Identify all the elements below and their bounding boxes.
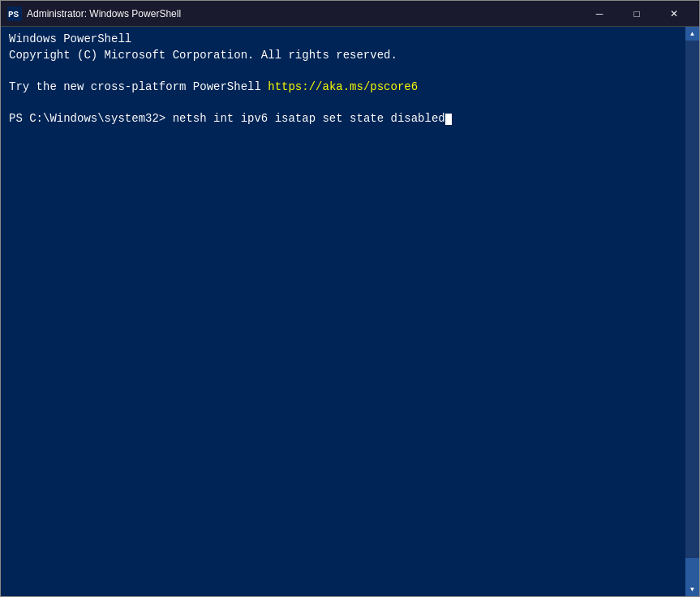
terminal-line-1: Windows PowerShell xyxy=(9,32,691,48)
powershell-link: https://aka.ms/pscore6 xyxy=(268,80,418,93)
prompt-prefix: PS C:\Windows\system32> xyxy=(9,112,173,125)
close-button[interactable]: ✕ xyxy=(655,1,693,27)
terminal-prompt-line: PS C:\Windows\system32> netsh int ipv6 i… xyxy=(9,111,691,127)
scrollbar-thumb[interactable] xyxy=(685,558,699,582)
minimize-button[interactable]: ─ xyxy=(581,1,618,27)
terminal-content: Windows PowerShell Copyright (C) Microso… xyxy=(4,30,696,593)
command-text: netsh int ipv6 isatap set state disabled xyxy=(173,112,445,125)
terminal-line-4: Try the new cross-platform PowerShell ht… xyxy=(9,79,691,96)
scrollbar-up-arrow[interactable]: ▲ xyxy=(685,27,699,41)
scrollbar[interactable]: ▲ ▼ xyxy=(685,27,699,596)
powershell-icon: PS xyxy=(7,6,22,21)
terminal-line-2: Copyright (C) Microsoft Corporation. All… xyxy=(9,48,691,64)
scrollbar-down-arrow[interactable]: ▼ xyxy=(685,582,699,596)
window-controls: ─ □ ✕ xyxy=(581,1,693,27)
scrollbar-track xyxy=(685,41,699,582)
terminal-cursor xyxy=(445,114,452,125)
maximize-button[interactable]: □ xyxy=(618,1,655,27)
powershell-window: PS Administrator: Windows PowerShell ─ □… xyxy=(0,0,700,597)
window-title: Administrator: Windows PowerShell xyxy=(27,8,581,19)
terminal-line-3 xyxy=(9,63,691,79)
terminal-body[interactable]: Windows PowerShell Copyright (C) Microso… xyxy=(1,27,699,596)
titlebar: PS Administrator: Windows PowerShell ─ □… xyxy=(1,1,699,27)
svg-text:PS: PS xyxy=(8,10,19,19)
terminal-line-5 xyxy=(9,95,691,111)
